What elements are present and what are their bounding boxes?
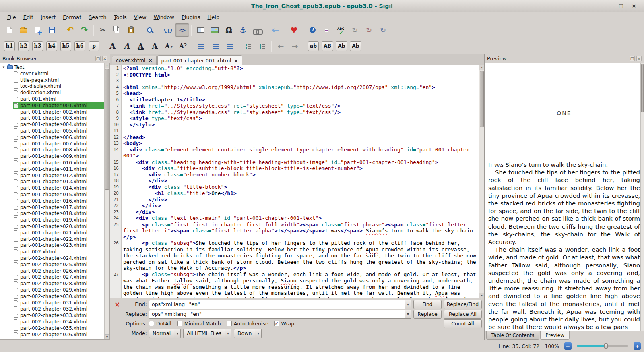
align-right-button[interactable] [223,39,237,53]
clips-button[interactable] [320,23,334,37]
find-input[interactable]: ops"xml:lang="en" ▾ [149,300,411,309]
tree-item[interactable]: part-001-chapter-019.xhtml [13,217,104,223]
heading-1-button[interactable]: h1 [2,39,17,53]
code-lines[interactable]: 1<?xml version="1.0" encoding="utf-8"?>2… [110,65,479,298]
scroll-up-icon[interactable]: ▴ [479,65,484,70]
count-all-button[interactable]: Count All [444,319,482,328]
code-text[interactable]: <!DOCTYPE html> [121,72,479,78]
code-text[interactable]: <?xml version="1.0" encoding="utf-8"?> [121,65,479,72]
scrollbar-thumb[interactable] [641,64,644,112]
strikethrough-button[interactable]: A [148,39,162,53]
code-text[interactable]: <div class="element element-container-si… [121,147,479,159]
menu-edit[interactable]: Edit [20,13,37,21]
preview-tab-table-of-contents[interactable]: Table Of Contents [486,331,539,340]
book-browser-scrollbar[interactable]: ▴ ▾ [104,63,109,339]
collapse-arrow-icon[interactable]: ▾ [2,65,6,69]
code-text[interactable]: <p class="first first-in-chapter first-f… [121,222,479,240]
underline-button[interactable]: A [134,39,148,53]
tree-item[interactable]: part-001-chapter-001.xhtml [13,102,104,109]
direction-select[interactable]: Down▾ [234,329,262,338]
tree-item[interactable]: part-002-chapter-030.xhtml [13,293,104,300]
tree-item[interactable]: part-002-chapter-025.xhtml [13,261,104,268]
copy-button[interactable] [110,23,124,37]
code-text[interactable] [121,78,479,84]
maximize-button[interactable]: □ [617,2,625,10]
tree-item[interactable]: part-002-chapter-024.xhtml [13,255,104,261]
split-view-button[interactable] [194,23,208,37]
indent-button[interactable]: → [288,39,302,53]
cut-button[interactable]: ✂ [96,23,110,37]
tree-item[interactable]: part-001-chapter-010.xhtml [13,159,104,166]
add-existing-file-button[interactable] [31,23,45,37]
tree-item[interactable]: part-002-chapter-034.xhtml [13,319,104,325]
tree-item[interactable]: part-002-chapter-031.xhtml [13,300,104,306]
subscript-button[interactable]: A₂ [162,39,176,53]
spellcheck-add-button[interactable]: ↻ [376,23,390,37]
checkbox[interactable] [177,321,182,326]
outdent-button[interactable]: ← [274,39,288,53]
menu-search[interactable]: Search [85,13,110,21]
replace-find-button[interactable]: Replace/Find [444,300,482,309]
scroll-down-icon[interactable]: ▾ [105,334,109,339]
code-text[interactable]: </div> [121,178,479,184]
tree-item[interactable]: part-002-chapter-027.xhtml [13,274,104,281]
tree-item[interactable]: part-001-chapter-015.xhtml [13,191,104,198]
checkbox[interactable] [149,321,154,326]
find-button[interactable] [142,23,157,37]
close-find-icon[interactable]: × [113,300,122,309]
scroll-down-icon[interactable]: ▾ [479,293,484,298]
tree-item[interactable]: part-001-chapter-011.xhtml [13,166,104,172]
tree-item[interactable]: part-002.xhtml [13,248,104,255]
float-panel-icon[interactable]: □ [95,56,101,61]
menu-help[interactable]: Help [204,13,223,21]
minimize-button[interactable]: – [605,2,612,10]
tree-item[interactable]: part-002-chapter-029.xhtml [13,287,104,293]
book-view-button[interactable] [161,23,175,37]
redo-button[interactable]: ↷ [77,23,91,37]
tree-item[interactable]: part-002-chapter-028.xhtml [13,280,104,287]
menu-window[interactable]: Window [151,13,178,21]
undo-button[interactable]: ↶ [63,23,77,37]
close-panel-icon[interactable]: × [102,56,107,61]
insert-link-button[interactable] [250,23,264,37]
code-text[interactable]: </div> [121,197,479,203]
option-wrap[interactable]: ✓Wrap [274,321,295,327]
insert-image-button[interactable] [208,23,222,37]
heading-5-button[interactable]: h5 [59,39,73,53]
tree-item[interactable]: part-001-chapter-017.xhtml [13,204,104,211]
code-text[interactable]: <div class="element-number-block"> [121,172,479,178]
tree-item[interactable]: part-001-chapter-021.xhtml [13,230,104,236]
zoom-slider[interactable] [577,345,628,347]
chevron-down-icon[interactable]: ▾ [405,310,411,318]
spellcheck-button[interactable]: ABC [334,23,348,37]
tree-item[interactable]: part-001-chapter-018.xhtml [13,211,104,217]
back-button[interactable]: ← [268,23,283,37]
code-text[interactable]: <div class="title-subtitle-block title-b… [121,165,479,172]
replace-button[interactable]: Replace [413,310,442,319]
tree-item[interactable]: part-001-chapter-002.xhtml [13,109,104,115]
checkbox[interactable] [227,321,232,326]
files-scope-select[interactable]: All HTML Files▾ [183,329,231,338]
paragraph-button[interactable]: p [87,39,101,53]
chevron-down-icon[interactable]: ▾ [405,300,411,309]
tree-root-text[interactable]: ▾Text [0,64,104,70]
option-minimal-match[interactable]: Minimal Match [177,321,221,327]
replace-input[interactable]: ops" xml:lang="en" ▾ [149,310,411,319]
italic-button[interactable]: A [120,39,134,53]
bullet-list-button[interactable] [241,39,255,53]
scroll-up-icon[interactable]: ▴ [105,63,109,68]
close-button[interactable]: × [630,2,638,10]
code-text[interactable] [121,128,479,134]
tree-item[interactable]: part-002-chapter-036.xhtml [13,331,104,338]
code-text[interactable]: </div> [121,209,479,215]
search-mode-select[interactable]: Normal▾ [149,329,181,338]
checkbox[interactable]: ✓ [274,321,279,326]
code-text[interactable]: <p class="subsq">The chain itself was a … [121,271,479,298]
spellcheck-ignore-button[interactable]: ↻ [362,23,376,37]
code-text[interactable]: </style> [121,122,479,128]
tree-item[interactable]: part-002-chapter-026.xhtml [13,268,104,274]
code-text[interactable]: <link href="../Styles/media.css" rel="st… [121,109,479,116]
titlecase-button[interactable]: Ab [334,39,349,53]
tree-item[interactable]: part-001-chapter-005.xhtml [13,128,104,134]
paste-button[interactable] [124,23,138,37]
